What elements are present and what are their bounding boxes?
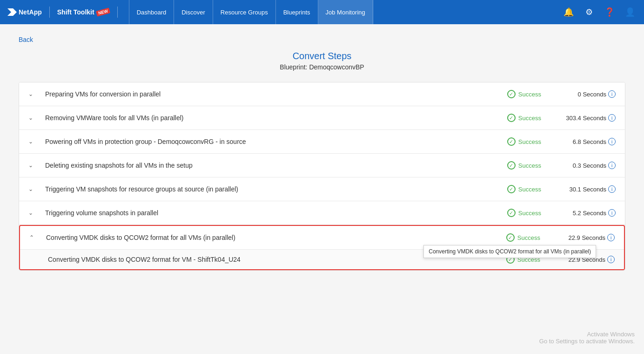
info-icon-2[interactable]: i: [608, 114, 616, 122]
step-row-5: ⌄ Triggering VM snapshots for resource g…: [19, 177, 625, 201]
time-value-6: 5.2 Seconds: [573, 210, 606, 217]
chevron-1[interactable]: ⌄: [28, 91, 38, 97]
step-time-1: 0 Seconds i: [560, 90, 616, 98]
info-icon-4[interactable]: i: [608, 162, 616, 169]
step-label-1: Preparing VMs for conversion in parallel: [45, 90, 504, 98]
status-text-2: Success: [518, 115, 541, 122]
time-value-2: 303.4 Seconds: [566, 115, 606, 122]
step-status-4: ✓ Success: [504, 161, 541, 170]
toolkit-badge: NEW: [96, 7, 110, 16]
step-row-6: ⌄ Triggering volume snapshots in paralle…: [19, 201, 625, 225]
status-text-4: Success: [518, 162, 541, 169]
step-status-7: ✓ Success: [503, 233, 540, 242]
step-child-row-7-1: Converting VMDK disks to QCOW2 format fo…: [20, 249, 624, 269]
windows-watermark: Activate Windows Go to Settings to activ…: [539, 331, 635, 345]
page-subtitle: Blueprint: DemoqcowconvBP: [19, 63, 625, 71]
chevron-4[interactable]: ⌄: [28, 162, 38, 169]
page-title: Convert Steps: [19, 51, 625, 61]
step-label-2: Removing VMWare tools for all VMs (in pa…: [45, 114, 504, 122]
chevron-2[interactable]: ⌄: [28, 115, 38, 121]
toolkit-name: Shift Toolkit: [57, 8, 94, 16]
brand-area: NetApp Shift Toolkit NEW: [7, 7, 121, 18]
step-status-1: ✓ Success: [504, 90, 541, 98]
step-label-6: Triggering volume snapshots in parallel: [45, 209, 504, 217]
netapp-logo: NetApp: [7, 8, 42, 16]
chevron-7[interactable]: ⌃: [29, 234, 39, 241]
time-value-4: 0.3 Seconds: [573, 162, 606, 169]
watermark-line2: Go to Settings to activate Windows.: [539, 338, 635, 345]
info-icon-5[interactable]: i: [608, 185, 616, 193]
step-label-3: Powering off VMs in protection group - D…: [45, 138, 504, 145]
steps-container: ⌄ Preparing VMs for conversion in parall…: [19, 82, 625, 271]
status-text-3: Success: [518, 138, 541, 145]
step-label-5: Triggering VM snapshots for resource gro…: [45, 185, 504, 193]
success-icon-7: ✓: [506, 233, 515, 242]
time-value-5: 30.1 Seconds: [569, 186, 606, 193]
step-row-4: ⌄ Deleting existing snapshots for all VM…: [19, 154, 625, 177]
step-row-1: ⌄ Preparing VMs for conversion in parall…: [19, 82, 625, 106]
step-status-6: ✓ Success: [504, 209, 541, 217]
toolkit-divider: [117, 7, 118, 18]
info-icon-7[interactable]: i: [607, 234, 615, 241]
chevron-5[interactable]: ⌄: [28, 186, 38, 192]
success-icon-3: ✓: [507, 137, 516, 146]
user-icon[interactable]: 👤: [624, 6, 637, 19]
brand-name: NetApp: [19, 8, 42, 16]
nav-links: Dashboard Discover Resource Groups Bluep…: [129, 0, 562, 24]
help-icon[interactable]: ❓: [603, 6, 616, 19]
info-icon-1[interactable]: i: [608, 90, 616, 98]
nav-discover[interactable]: Discover: [174, 0, 213, 24]
info-icon-7-1[interactable]: i: [607, 256, 615, 263]
nav-dashboard[interactable]: Dashboard: [129, 0, 174, 24]
brand-divider: [49, 7, 50, 18]
nav-icons: 🔔 ⚙ ❓ 👤: [562, 6, 637, 19]
nav-job-monitoring[interactable]: Job Monitoring: [318, 0, 373, 24]
info-icon-6[interactable]: i: [608, 209, 616, 217]
success-icon-2: ✓: [507, 114, 516, 122]
logo-icon: [7, 8, 17, 16]
status-text-7: Success: [517, 234, 540, 241]
info-icon-3[interactable]: i: [608, 138, 616, 145]
success-icon-5: ✓: [507, 185, 516, 193]
step-status-3: ✓ Success: [504, 137, 541, 146]
back-button[interactable]: Back: [19, 36, 33, 43]
step-time-4: 0.3 Seconds i: [560, 162, 616, 169]
step-status-2: ✓ Success: [504, 114, 541, 122]
nav-resource-groups[interactable]: Resource Groups: [213, 0, 276, 24]
success-icon-1: ✓: [507, 90, 516, 98]
time-value-3: 6.8 Seconds: [573, 138, 606, 145]
step-time-3: 6.8 Seconds i: [560, 138, 616, 145]
chevron-3[interactable]: ⌄: [28, 138, 38, 145]
gear-icon[interactable]: ⚙: [583, 6, 596, 19]
chevron-6[interactable]: ⌄: [28, 210, 38, 216]
tooltip-7-1: Converting VMDK disks to QCOW2 format fo…: [423, 245, 596, 258]
nav-blueprints[interactable]: Blueprints: [276, 0, 318, 24]
step-label-7: Converting VMDK disks to QCOW2 format fo…: [46, 234, 503, 241]
step-label-4: Deleting existing snapshots for all VMs …: [45, 162, 504, 169]
navbar: NetApp Shift Toolkit NEW Dashboard Disco…: [0, 0, 644, 24]
success-icon-4: ✓: [507, 161, 516, 170]
step-time-2: 303.4 Seconds i: [560, 114, 616, 122]
step-time-6: 5.2 Seconds i: [560, 209, 616, 217]
status-text-6: Success: [518, 210, 541, 217]
bell-icon[interactable]: 🔔: [562, 6, 575, 19]
time-value-7: 22.9 Seconds: [568, 234, 605, 241]
status-text-1: Success: [518, 91, 541, 98]
step-row-2: ⌄ Removing VMWare tools for all VMs (in …: [19, 106, 625, 130]
step-row-7: ⌃ Converting VMDK disks to QCOW2 format …: [19, 225, 625, 270]
watermark-line1: Activate Windows: [539, 331, 635, 338]
step-status-5: ✓ Success: [504, 185, 541, 193]
shift-toolkit-label: Shift Toolkit NEW: [57, 8, 110, 16]
step-time-7: 22.9 Seconds i: [559, 234, 615, 241]
page-header: Convert Steps Blueprint: DemoqcowconvBP: [19, 51, 625, 71]
time-value-1: 0 Seconds: [578, 91, 606, 98]
success-icon-6: ✓: [507, 209, 516, 217]
step-row-3: ⌄ Powering off VMs in protection group -…: [19, 130, 625, 154]
status-text-5: Success: [518, 186, 541, 193]
step-time-5: 30.1 Seconds i: [560, 185, 616, 193]
main-content: Back Convert Steps Blueprint: Demoqcowco…: [0, 24, 644, 354]
